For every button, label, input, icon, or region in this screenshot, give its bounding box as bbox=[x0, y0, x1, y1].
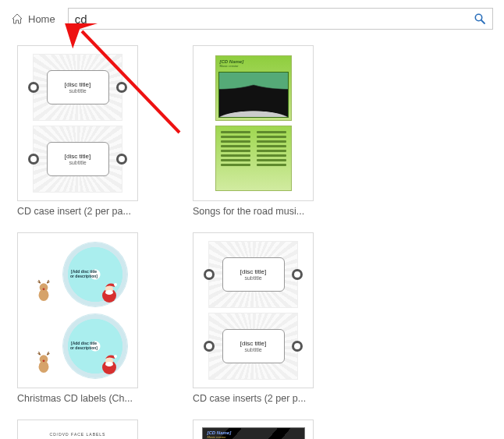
svg-point-10 bbox=[39, 355, 48, 363]
disc-title-text: [disc title] bbox=[240, 268, 266, 275]
svg-line-1 bbox=[481, 20, 484, 23]
template-card[interactable]: [disc title]subtitle [disc title]subtitl… bbox=[193, 232, 314, 404]
template-thumbnail: [disc title]subtitle [disc title]subtitl… bbox=[17, 45, 138, 201]
template-thumbnail: CD/DVD FACE LABELS bbox=[17, 420, 138, 439]
svg-point-8 bbox=[105, 290, 113, 295]
face-label-header: CD/DVD FACE LABELS bbox=[50, 432, 106, 437]
template-card[interactable]: [CD Name] Music creator Songs for the ro… bbox=[193, 45, 314, 217]
template-caption: Songs for the road musi... bbox=[193, 206, 314, 217]
cd-name-text: [CD Name] bbox=[216, 56, 291, 64]
template-thumbnail: [CD Name] Music creator bbox=[193, 45, 314, 201]
disc-label-text: [Add disc title or description] bbox=[69, 269, 99, 278]
search-box bbox=[68, 8, 493, 30]
svg-point-11 bbox=[42, 359, 44, 362]
svg-point-3 bbox=[39, 283, 48, 292]
home-link[interactable]: Home bbox=[28, 13, 55, 25]
search-input[interactable] bbox=[69, 12, 467, 26]
header-bar: Home bbox=[0, 0, 504, 36]
home-icon[interactable] bbox=[11, 12, 23, 25]
svg-point-14 bbox=[114, 355, 117, 358]
svg-point-7 bbox=[114, 283, 117, 286]
template-card[interactable]: [disc title]subtitle [disc title]subtitl… bbox=[17, 45, 138, 217]
template-thumbnail: [Add disc title or description] [Add dis… bbox=[17, 232, 138, 388]
template-caption: CD case inserts (2 per p... bbox=[193, 393, 314, 404]
disc-label-text: [Add disc title or description] bbox=[69, 341, 99, 350]
search-icon bbox=[474, 12, 486, 25]
template-grid: [disc title]subtitle [disc title]subtitl… bbox=[0, 36, 504, 439]
template-card[interactable]: [Add disc title or description] [Add dis… bbox=[17, 232, 138, 404]
template-caption: CD case insert (2 per pa... bbox=[17, 206, 138, 217]
template-thumbnail: [CD Name]Music creator bbox=[193, 420, 314, 439]
template-thumbnail: [disc title]subtitle [disc title]subtitl… bbox=[193, 232, 314, 388]
template-card[interactable]: [CD Name]Music creator CD jewel case ins… bbox=[193, 420, 314, 439]
svg-point-4 bbox=[42, 288, 44, 290]
template-card[interactable]: CD/DVD FACE LABELS CD or DVD face labels… bbox=[17, 420, 138, 439]
search-button[interactable] bbox=[467, 9, 492, 29]
disc-title-text: [disc title] bbox=[65, 81, 91, 88]
template-caption: Christmas CD labels (Ch... bbox=[17, 393, 138, 404]
svg-point-15 bbox=[105, 362, 113, 366]
disc-title-text: [disc title] bbox=[65, 153, 91, 160]
disc-title-text: [disc title] bbox=[240, 340, 266, 347]
